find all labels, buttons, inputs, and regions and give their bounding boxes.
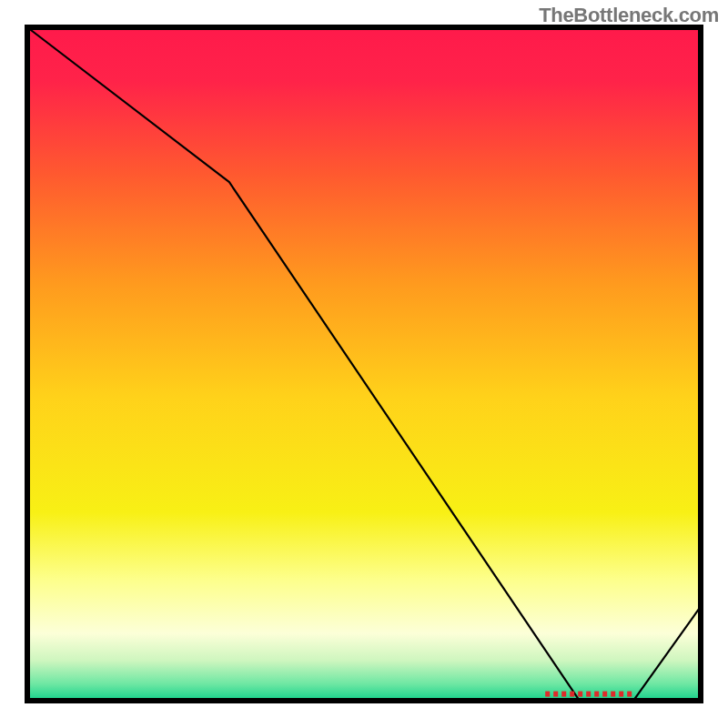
bottleneck-chart: [0, 0, 728, 728]
svg-rect-7: [602, 692, 607, 697]
svg-rect-1: [553, 692, 558, 697]
svg-rect-8: [611, 692, 615, 697]
svg-rect-9: [619, 692, 623, 697]
svg-rect-2: [561, 692, 566, 697]
svg-rect-10: [627, 692, 632, 697]
svg-rect-4: [578, 692, 582, 697]
svg-rect-3: [570, 692, 574, 697]
plot-background: [27, 27, 701, 701]
svg-rect-0: [545, 692, 550, 697]
svg-rect-5: [586, 692, 591, 697]
svg-rect-6: [594, 692, 599, 697]
chart-canvas: TheBottleneck.com: [0, 0, 728, 728]
